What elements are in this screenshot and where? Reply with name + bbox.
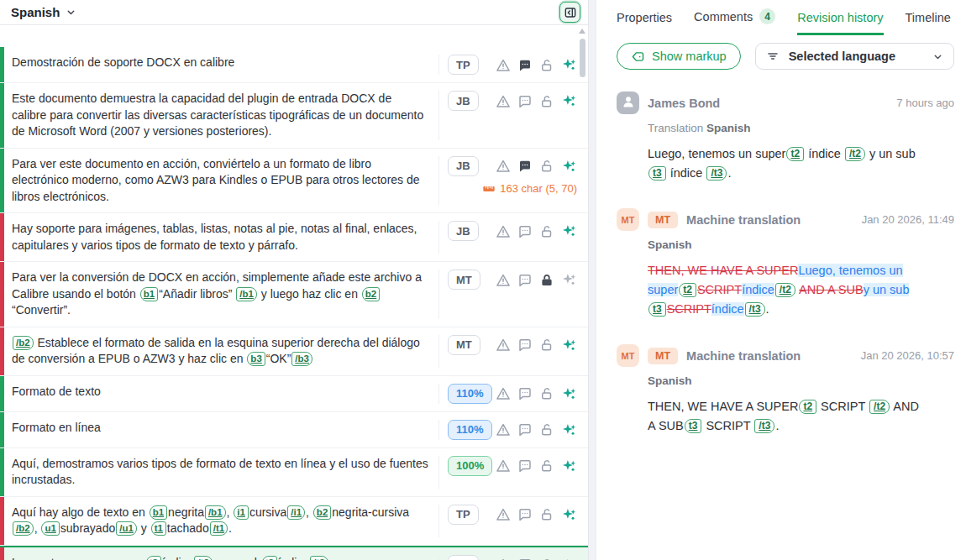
ai-sparkles-icon[interactable] xyxy=(561,338,577,353)
lock-closed-icon[interactable] xyxy=(539,273,554,288)
segment-text[interactable]: Luego, tenemos un supert2índice/t2 y un … xyxy=(0,555,438,560)
warning-icon[interactable] xyxy=(496,224,511,239)
segment-text[interactable]: Demostración de soporte DOCX en calibre xyxy=(0,55,438,75)
comment-filled-icon[interactable] xyxy=(517,159,533,174)
tab-timeline[interactable]: Timeline xyxy=(906,11,951,35)
segment-row[interactable]: Hay soporte para imágenes, tablas, lista… xyxy=(0,213,588,262)
ai-sparkles-icon[interactable] xyxy=(561,507,577,523)
segment-text[interactable]: Este documento demuestra la capacidad de… xyxy=(0,91,438,140)
ai-sparkles-icon[interactable] xyxy=(561,57,577,73)
tab-revision-history[interactable]: Revision history xyxy=(797,11,883,35)
scrollbar[interactable] xyxy=(579,29,585,77)
segment-row[interactable]: Formato en línea 110% xyxy=(0,412,588,448)
ai-sparkles-icon[interactable] xyxy=(561,93,577,109)
warning-icon[interactable] xyxy=(496,422,511,437)
lock-open-icon[interactable] xyxy=(539,338,554,353)
ai-sparkles-icon[interactable] xyxy=(561,93,577,109)
lock-open-icon[interactable] xyxy=(539,422,554,437)
segment-row[interactable]: Este documento demuestra la capacidad de… xyxy=(0,83,588,149)
warning-icon[interactable] xyxy=(496,386,511,401)
ai-sparkles-icon[interactable] xyxy=(561,422,577,438)
segment-text[interactable]: /b2 Establece el formato de salida en la… xyxy=(0,335,438,368)
lock-open-icon[interactable] xyxy=(539,58,554,73)
segment-row[interactable]: Aquí hay algo de texto en b1negrita/b1, … xyxy=(0,497,588,546)
warning-icon[interactable] xyxy=(496,94,511,109)
lock-open-icon[interactable] xyxy=(539,507,554,522)
segment-row[interactable]: Para ver este documento en acción, convi… xyxy=(0,149,588,214)
segment-text[interactable]: Para ver este documento en acción, convi… xyxy=(0,156,438,206)
comment-outline-icon[interactable] xyxy=(517,273,533,288)
lock-open-icon[interactable] xyxy=(539,159,554,174)
segment-text[interactable]: Formato en línea xyxy=(0,420,438,440)
ai-sparkles-icon[interactable] xyxy=(561,386,577,402)
lock-open-icon[interactable] xyxy=(539,224,554,239)
warning-icon[interactable] xyxy=(496,273,511,288)
comment-outline-icon[interactable] xyxy=(517,224,533,239)
comment-filled-icon[interactable] xyxy=(517,58,533,73)
comment-outline-icon[interactable] xyxy=(517,273,533,288)
lock-open-icon[interactable] xyxy=(539,338,554,353)
comment-outline-icon[interactable] xyxy=(517,338,533,353)
lock-open-icon[interactable] xyxy=(539,386,554,401)
comment-outline-icon[interactable] xyxy=(517,224,533,239)
lock-open-icon[interactable] xyxy=(539,224,554,239)
ai-sparkles-icon[interactable] xyxy=(561,458,577,474)
segment-text[interactable]: Aquí hay algo de texto en b1negrita/b1, … xyxy=(0,505,438,537)
ai-sparkles-icon[interactable] xyxy=(561,272,577,288)
language-filter-dropdown[interactable]: Selected language xyxy=(755,43,954,70)
ai-sparkles-icon[interactable] xyxy=(561,57,577,73)
ai-sparkles-icon[interactable] xyxy=(561,338,577,353)
warning-icon[interactable] xyxy=(496,422,511,437)
ai-sparkles-icon[interactable] xyxy=(561,557,577,560)
tab-comments[interactable]: Comments 4 xyxy=(694,8,775,35)
segment-row[interactable]: Aquí, demostramos varios tipos de format… xyxy=(0,448,588,497)
warning-icon[interactable] xyxy=(496,386,511,401)
warning-icon[interactable] xyxy=(496,58,511,73)
comment-outline-icon[interactable] xyxy=(517,422,533,437)
segment-text[interactable]: Hay soporte para imágenes, tablas, lista… xyxy=(0,221,438,254)
lock-closed-icon[interactable] xyxy=(539,273,554,288)
lock-open-icon[interactable] xyxy=(539,458,554,474)
segment-text[interactable]: Aquí, demostramos varios tipos de format… xyxy=(0,456,438,489)
ai-sparkles-icon[interactable] xyxy=(561,272,577,288)
ai-sparkles-icon[interactable] xyxy=(561,458,577,474)
ai-sparkles-icon[interactable] xyxy=(561,557,577,560)
ai-sparkles-icon[interactable] xyxy=(561,159,577,175)
show-markup-button[interactable]: Show markup xyxy=(617,43,741,70)
comment-outline-icon[interactable] xyxy=(517,94,533,109)
comment-outline-icon[interactable] xyxy=(517,458,533,474)
warning-icon[interactable] xyxy=(496,338,511,353)
lock-open-icon[interactable] xyxy=(539,422,554,437)
segment-row[interactable]: Formato de texto 110% xyxy=(0,376,588,412)
comment-outline-icon[interactable] xyxy=(517,507,533,522)
warning-icon[interactable] xyxy=(496,507,511,522)
warning-icon[interactable] xyxy=(496,458,511,474)
comment-outline-icon[interactable] xyxy=(517,507,533,522)
ai-sparkles-icon[interactable] xyxy=(561,422,577,438)
segment-text[interactable]: Para ver la conversión de DOCX en acción… xyxy=(0,270,438,319)
warning-icon[interactable] xyxy=(496,159,511,174)
ai-sparkles-icon[interactable] xyxy=(561,223,577,239)
segment-text[interactable]: Formato de texto xyxy=(0,384,438,404)
comment-filled-icon[interactable] xyxy=(517,58,533,73)
ai-sparkles-icon[interactable] xyxy=(561,223,577,239)
target-language-selector[interactable]: Spanish xyxy=(11,5,76,19)
warning-icon[interactable] xyxy=(496,338,511,353)
segment-row[interactable]: /b2 Establece el formato de salida en la… xyxy=(0,327,588,376)
lock-open-icon[interactable] xyxy=(539,159,554,174)
lock-open-icon[interactable] xyxy=(539,58,554,73)
lock-open-icon[interactable] xyxy=(539,94,554,109)
comment-outline-icon[interactable] xyxy=(517,94,533,109)
lock-open-icon[interactable] xyxy=(539,386,554,401)
comment-filled-icon[interactable] xyxy=(517,159,533,174)
comment-outline-icon[interactable] xyxy=(517,386,533,401)
scrollbar-thumb[interactable] xyxy=(580,39,585,77)
ai-sparkles-icon[interactable] xyxy=(561,159,577,175)
warning-icon[interactable] xyxy=(496,58,511,73)
warning-icon[interactable] xyxy=(496,159,511,174)
comment-outline-icon[interactable] xyxy=(517,386,533,401)
warning-icon[interactable] xyxy=(496,273,511,288)
ai-sparkles-icon[interactable] xyxy=(561,386,577,402)
comment-outline-icon[interactable] xyxy=(517,422,533,437)
collapse-panel-button[interactable] xyxy=(559,2,580,23)
